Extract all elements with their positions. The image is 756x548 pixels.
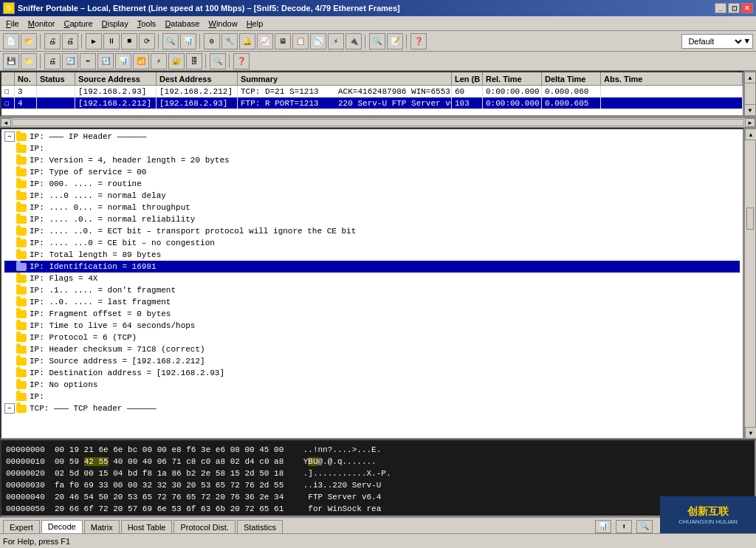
menu-window[interactable]: Window bbox=[204, 18, 241, 30]
col-delta[interactable]: Delta Time bbox=[542, 72, 601, 85]
tb2-btn3[interactable]: 🖨 bbox=[44, 53, 61, 69]
col-src[interactable]: Source Address bbox=[75, 72, 157, 85]
tab-expert[interactable]: Expert bbox=[3, 520, 40, 533]
tcp-section-header[interactable]: – TCP: ——— TCP header —————— bbox=[4, 403, 740, 414]
detail-btn[interactable]: 📝 bbox=[387, 33, 403, 49]
pkt4-checkbox[interactable]: ☐ bbox=[1, 97, 15, 109]
tcp-expand-icon[interactable]: – bbox=[4, 403, 15, 414]
menu-display[interactable]: Display bbox=[97, 18, 133, 30]
sep2 bbox=[81, 34, 83, 49]
print-btn[interactable]: 🖨 bbox=[44, 33, 61, 49]
filter-select[interactable]: Default bbox=[685, 36, 744, 47]
watermark: 创新互联 CHUANGXIN HULIAN bbox=[660, 496, 756, 533]
sep5 bbox=[365, 34, 366, 49]
minimize-button[interactable]: _ bbox=[715, 3, 726, 13]
scroll-down-arrow[interactable]: ▼ bbox=[744, 104, 756, 116]
start-capture-btn[interactable]: ▶ bbox=[86, 33, 102, 49]
ip-section-header[interactable]: – IP: ——— IP Header —————— bbox=[4, 131, 740, 143]
hex-line-5: 00000050 20 66 6f 72 20 57 69 6e 53 6f 6… bbox=[6, 503, 750, 515]
new-btn[interactable]: 📄 bbox=[3, 33, 19, 49]
tb2-btn1[interactable]: 💾 bbox=[3, 53, 19, 69]
title-bar: S Sniffer Portable – Local, Ethernet (Li… bbox=[0, 0, 756, 16]
decode-scrollbar[interactable]: ▲ ▼ bbox=[744, 128, 756, 439]
ip-expand-icon[interactable]: – bbox=[4, 131, 15, 142]
help-btn[interactable]: ❓ bbox=[410, 33, 427, 49]
tab-host-table[interactable]: Host Table bbox=[121, 520, 173, 533]
pkt3-checkbox[interactable]: ☐ bbox=[1, 86, 15, 97]
packet-list-scrollbar[interactable]: ▲ ▼ bbox=[744, 71, 756, 117]
scroll-up-arrow[interactable]: ▲ bbox=[744, 72, 756, 83]
col-abs[interactable]: Abs. Time bbox=[601, 72, 743, 85]
decode-scroll-down[interactable]: ▼ bbox=[745, 427, 756, 439]
print2-btn[interactable]: 🖨 bbox=[62, 33, 78, 49]
menu-bar: File Monitor Capture Display Tools Datab… bbox=[0, 16, 756, 31]
bottom-icon-3[interactable]: 🔍 bbox=[636, 520, 653, 533]
matrix-btn[interactable]: 📈 bbox=[257, 33, 273, 49]
decode-scroll-up[interactable]: ▲ bbox=[745, 129, 756, 140]
col-rel[interactable]: Rel. Time bbox=[483, 72, 542, 85]
tb2-btn12[interactable]: 🔍 bbox=[210, 53, 226, 69]
bottom-icon-1[interactable]: 📊 bbox=[595, 520, 611, 533]
packet-hscrollbar[interactable]: ◄ ► bbox=[0, 117, 756, 128]
menu-help[interactable]: Help bbox=[242, 18, 268, 30]
tb2-btn13[interactable]: ❓ bbox=[233, 53, 250, 69]
zoom-btn[interactable]: 🔍 bbox=[369, 33, 385, 49]
hex-line-1: 00000010 00 59 42 55 40 00 40 06 71 c8 c… bbox=[6, 456, 750, 467]
stats-btn[interactable]: 📉 bbox=[310, 33, 326, 49]
tab-matrix[interactable]: Matrix bbox=[84, 520, 120, 533]
restore-button[interactable]: ◻ bbox=[728, 3, 740, 13]
pkt4-no: 4 bbox=[15, 97, 37, 109]
pkt4-dst: [192.168.2.93] bbox=[157, 97, 238, 109]
close-button[interactable]: ✕ bbox=[741, 3, 753, 13]
menu-database[interactable]: Database bbox=[160, 18, 204, 30]
menu-capture[interactable]: Capture bbox=[59, 18, 97, 30]
tb2-btn9[interactable]: ⚡ bbox=[151, 53, 167, 69]
decode-ip-throughput: IP: .... 0... = normal throughput bbox=[30, 202, 190, 213]
tab-protocol-dist[interactable]: Protocol Dist. bbox=[173, 520, 235, 533]
settings-btn[interactable]: ⚙ bbox=[204, 33, 220, 49]
stop-btn[interactable]: ■ bbox=[121, 33, 137, 49]
watermark-text: CHUANGXIN HULIAN bbox=[678, 518, 738, 525]
open-btn[interactable]: 📂 bbox=[21, 33, 37, 49]
decode-scroll-thumb[interactable] bbox=[746, 208, 754, 230]
decode-line-ip-ident[interactable]: IP: Identification = 16981 bbox=[4, 261, 740, 273]
tb2-btn6[interactable]: 🔃 bbox=[97, 53, 114, 69]
tab-decode[interactable]: Decode bbox=[41, 520, 83, 533]
capture-filter-dropdown[interactable]: Default ▼ bbox=[681, 34, 753, 49]
decode-ip-reliability: IP: .... .0.. = normal reliability bbox=[30, 213, 195, 225]
hscroll-left[interactable]: ◄ bbox=[1, 118, 11, 127]
menu-tools[interactable]: Tools bbox=[133, 18, 161, 30]
menu-monitor[interactable]: Monitor bbox=[24, 18, 60, 30]
app-icon: S bbox=[3, 2, 15, 14]
gen2-btn[interactable]: 🔌 bbox=[346, 33, 362, 49]
tab-statistics[interactable]: Statistics bbox=[237, 520, 283, 533]
hscroll-right[interactable]: ► bbox=[745, 118, 755, 127]
col-len[interactable]: Len (B bbox=[452, 72, 483, 85]
tb2-btn4[interactable]: 🔄 bbox=[62, 53, 78, 69]
packet-row-3[interactable]: ☐ 3 [192.168.2.93] [192.168.2.212] TCP: … bbox=[1, 86, 743, 97]
window-controls[interactable]: _ ◻ ✕ bbox=[715, 3, 753, 13]
col-status[interactable]: Status bbox=[37, 72, 75, 85]
menu-file[interactable]: File bbox=[1, 18, 24, 30]
decode-btn[interactable]: 📊 bbox=[180, 33, 196, 49]
host-btn[interactable]: 🖥 bbox=[275, 33, 291, 49]
alarm-btn[interactable]: 🔔 bbox=[239, 33, 255, 49]
tb2-btn5[interactable]: ⬅ bbox=[80, 53, 96, 69]
tb2-btn11[interactable]: 🗄 bbox=[186, 53, 202, 69]
tb2-btn7[interactable]: 📊 bbox=[115, 53, 131, 69]
col-no[interactable]: No. bbox=[15, 72, 37, 85]
pause-btn[interactable]: ⏸ bbox=[103, 33, 120, 49]
packet-row-4[interactable]: ☐ 4 [192.168.2.212] [192.168.2.93] FTP: … bbox=[1, 97, 743, 109]
restart-btn[interactable]: ⟳ bbox=[139, 33, 155, 49]
pkt3-no: 3 bbox=[15, 86, 37, 97]
tb2-btn2[interactable]: 📁 bbox=[21, 53, 37, 69]
col-dst[interactable]: Dest Address bbox=[157, 72, 238, 85]
gen-btn[interactable]: ⚡ bbox=[328, 33, 344, 49]
tb2-btn8[interactable]: 📶 bbox=[133, 53, 149, 69]
tb2-btn10[interactable]: 🔐 bbox=[168, 53, 185, 69]
bottom-icon-2[interactable]: ⬆ bbox=[616, 520, 632, 533]
proto-btn[interactable]: 📋 bbox=[292, 33, 309, 49]
filter-btn[interactable]: 🔧 bbox=[221, 33, 238, 49]
col-summary[interactable]: Summary bbox=[238, 72, 452, 85]
expert-btn[interactable]: 🔍 bbox=[162, 33, 179, 49]
